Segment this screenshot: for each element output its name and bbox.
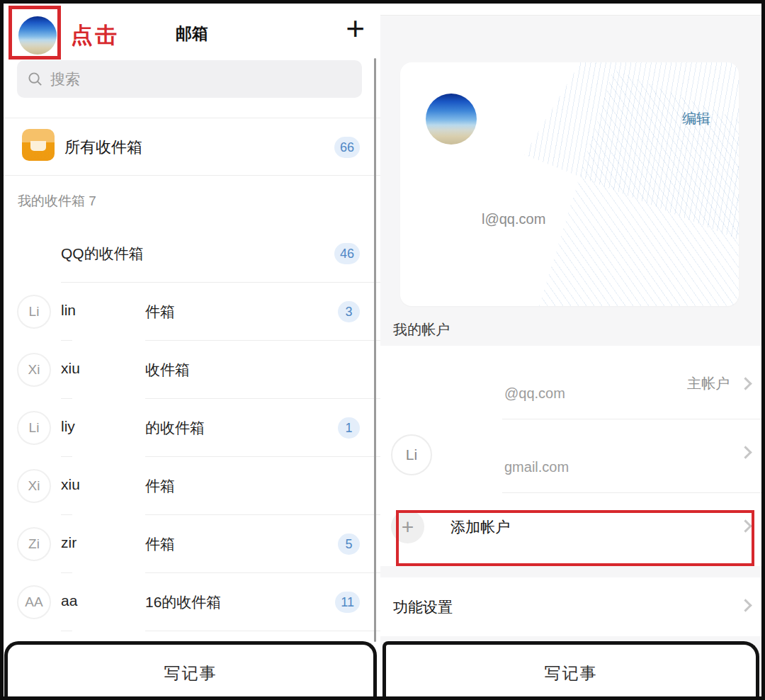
account-avatar <box>391 361 432 402</box>
my-accounts-label: 我的帐户 <box>393 320 450 339</box>
profile-email: l@qq.com <box>482 211 545 227</box>
mailbox-name: lin <box>61 302 76 319</box>
mailbox-list-item[interactable]: Xi xiu 收件箱 <box>4 341 380 399</box>
search-bar[interactable] <box>17 60 362 98</box>
mailbox-name: QQ的收件箱 <box>61 244 144 264</box>
profile-avatar[interactable] <box>426 94 477 145</box>
all-inbox-unread-badge: 66 <box>334 137 360 158</box>
chevron-right-icon <box>739 377 752 390</box>
edit-profile-link[interactable]: 编辑 <box>682 109 710 128</box>
unread-count-badge: 5 <box>338 534 360 555</box>
mailbox-avatar: Li <box>17 411 51 445</box>
primary-account-tag: 主帐户 <box>687 374 730 393</box>
mailbox-list-item[interactable]: AA aa 16的收件箱 11 <box>4 573 380 631</box>
mailbox-name: xiu <box>61 360 80 377</box>
mailbox-avatar: Xi <box>17 469 51 503</box>
write-note-sheet[interactable]: 写记事 <box>4 641 377 696</box>
account-row[interactable]: @qq.com 主帐户 <box>380 346 761 419</box>
mailbox-avatar: AA <box>17 585 51 619</box>
account-row[interactable]: Li gmail.com <box>380 419 761 493</box>
account-email: gmail.com <box>504 459 569 475</box>
mailbox-list-item[interactable]: Li lin 件箱 3 <box>4 283 380 341</box>
mailbox-name: xiu <box>61 476 80 493</box>
mailbox-avatar: Xi <box>17 353 51 387</box>
divider <box>4 175 380 176</box>
write-note-label: 写记事 <box>164 662 217 684</box>
search-icon <box>27 71 43 87</box>
add-account-row[interactable]: + 添加帐户 <box>380 493 761 566</box>
unread-count-badge: 46 <box>334 243 360 264</box>
unread-count-badge: 1 <box>338 417 360 439</box>
write-note-sheet[interactable]: 写记事 <box>382 641 759 696</box>
chevron-right-icon <box>739 446 752 458</box>
add-account-label: 添加帐户 <box>450 517 510 537</box>
top-strip <box>380 4 761 16</box>
tutorial-screenshot: 点击 邮箱 + 所有收件箱 66 我的收件箱 7 QQ的收件箱 46 Li li… <box>0 0 765 700</box>
mailbox-avatar: Li <box>17 295 51 329</box>
settings-label: 功能设置 <box>393 597 453 617</box>
my-inbox-section-label: 我的收件箱 7 <box>18 192 96 210</box>
unread-count-badge: 3 <box>338 301 360 322</box>
mailbox-name-suffix: 件箱 <box>145 476 175 496</box>
unread-count-badge: 11 <box>335 592 360 613</box>
mailbox-list: QQ的收件箱 46 Li lin 件箱 3 Xi xiu 收件箱 Li liy … <box>4 225 380 631</box>
mailbox-list-item[interactable]: Li liy 的收件箱 1 <box>4 399 380 457</box>
account-panel: 编辑 l@qq.com 我的帐户 @qq.com 主帐户 Li gmail.co… <box>380 4 761 696</box>
mailbox-avatar: Zi <box>17 527 51 561</box>
divider <box>61 631 72 631</box>
add-mailbox-icon[interactable]: + <box>346 12 365 45</box>
all-inbox-icon <box>22 129 55 161</box>
mailbox-name-suffix: 16的收件箱 <box>145 592 221 612</box>
mailbox-avatar <box>17 237 51 271</box>
mailbox-list-panel: 点击 邮箱 + 所有收件箱 66 我的收件箱 7 QQ的收件箱 46 Li li… <box>4 4 380 696</box>
scrollbar[interactable] <box>374 58 376 642</box>
accounts-list: @qq.com 主帐户 Li gmail.com + 添加帐户 <box>380 346 761 566</box>
search-input[interactable] <box>50 71 334 88</box>
mailbox-name: zir <box>61 534 76 551</box>
all-inbox-row[interactable]: 所有收件箱 66 <box>4 118 380 175</box>
mailbox-name-suffix: 件箱 <box>145 302 175 322</box>
chevron-right-icon <box>739 519 752 532</box>
profile-card: 编辑 l@qq.com <box>400 62 739 306</box>
divider <box>145 631 380 631</box>
all-inbox-label: 所有收件箱 <box>64 137 142 158</box>
mailbox-list-item[interactable]: QQ的收件箱 46 <box>4 225 380 283</box>
write-note-label: 写记事 <box>545 662 598 684</box>
mailbox-name: liy <box>61 418 75 435</box>
mailbox-list-item[interactable]: Zi zir 件箱 5 <box>4 515 380 573</box>
account-avatar: Li <box>391 434 432 475</box>
mailbox-list-item[interactable]: Xi xiu 件箱 <box>4 457 380 515</box>
chevron-right-icon <box>739 599 752 611</box>
mailbox-name: aa <box>61 592 77 609</box>
account-email: @qq.com <box>504 385 565 402</box>
plus-icon: + <box>391 510 424 543</box>
mailbox-name-suffix: 收件箱 <box>145 360 190 380</box>
mailbox-name-suffix: 的收件箱 <box>145 418 205 438</box>
mailbox-name-suffix: 件箱 <box>145 534 175 554</box>
page-title: 邮箱 <box>4 23 380 45</box>
settings-row[interactable]: 功能设置 <box>380 577 761 636</box>
